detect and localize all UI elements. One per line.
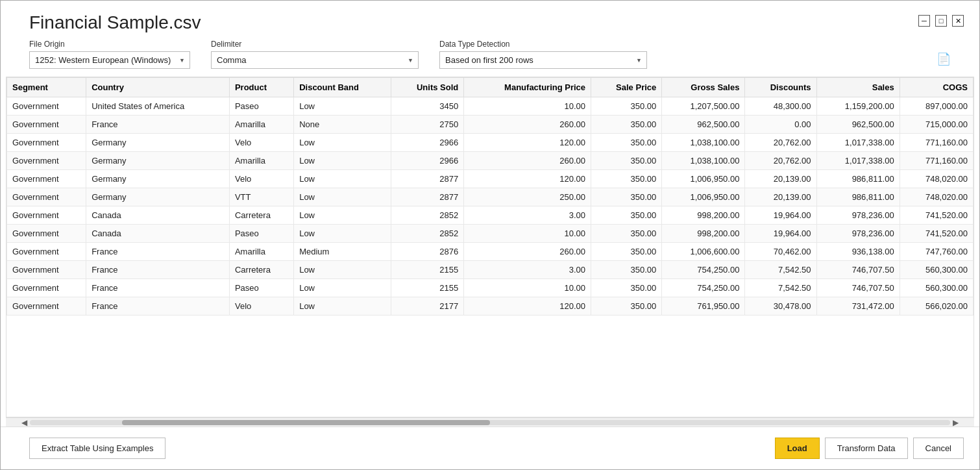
data-table: SegmentCountryProductDiscount BandUnits … xyxy=(6,77,974,315)
cell-product: Amarilla xyxy=(229,116,293,134)
cell-country: Germany xyxy=(86,170,230,188)
cell-units_sold: 2177 xyxy=(391,297,464,315)
cell-manufacturing_price: 250.00 xyxy=(464,188,591,206)
cell-discount_band: Low xyxy=(294,188,391,206)
file-origin-select-wrapper: 1252: Western European (Windows) xyxy=(29,51,190,69)
cell-units_sold: 3450 xyxy=(391,97,464,116)
cell-manufacturing_price: 260.00 xyxy=(464,243,591,261)
cell-discounts: 20,139.00 xyxy=(745,170,816,188)
cell-cogs: 560,300.00 xyxy=(900,261,973,279)
cell-gross_sales: 998,200.00 xyxy=(662,206,745,225)
cell-sale_price: 350.00 xyxy=(591,225,662,243)
table-row: GovernmentFranceAmarillaNone2750260.0035… xyxy=(7,116,974,134)
data-type-detection-select[interactable]: Based on first 200 rows xyxy=(439,51,647,69)
cell-sales: 978,236.00 xyxy=(816,225,900,243)
cell-sales: 731,472.00 xyxy=(816,297,900,315)
cell-segment: Government xyxy=(7,134,86,152)
cell-discounts: 7,542.50 xyxy=(745,261,816,279)
scroll-right-arrow[interactable]: ▶ xyxy=(950,418,961,427)
file-origin-select[interactable]: 1252: Western European (Windows) xyxy=(29,51,190,69)
cell-sale_price: 350.00 xyxy=(591,170,662,188)
cell-discounts: 20,762.00 xyxy=(745,134,816,152)
cell-units_sold: 2877 xyxy=(391,188,464,206)
cell-segment: Government xyxy=(7,279,86,297)
cell-segment: Government xyxy=(7,170,86,188)
cell-discounts: 0.00 xyxy=(745,116,816,134)
cell-discount_band: Low xyxy=(294,297,391,315)
table-row: GovernmentFranceVeloLow2177120.00350.007… xyxy=(7,297,974,315)
table-row: GovernmentCanadaPaseoLow285210.00350.009… xyxy=(7,225,974,243)
footer-left: Extract Table Using Examples xyxy=(29,438,165,459)
cell-product: Velo xyxy=(229,170,293,188)
cell-discount_band: Low xyxy=(294,152,391,170)
load-button[interactable]: Load xyxy=(775,438,820,459)
cell-manufacturing_price: 3.00 xyxy=(464,261,591,279)
table-row: GovernmentUnited States of AmericaPaseoL… xyxy=(7,97,974,116)
cell-sales: 746,707.50 xyxy=(816,279,900,297)
cell-gross_sales: 761,950.00 xyxy=(662,297,745,315)
cell-units_sold: 2877 xyxy=(391,170,464,188)
cell-sale_price: 350.00 xyxy=(591,261,662,279)
cell-country: United States of America xyxy=(86,97,230,116)
table-scroll[interactable]: SegmentCountryProductDiscount BandUnits … xyxy=(6,77,974,315)
maximize-button[interactable]: □ xyxy=(935,15,947,27)
cell-discounts: 20,762.00 xyxy=(745,152,816,170)
cell-manufacturing_price: 10.00 xyxy=(464,225,591,243)
data-type-detection-label: Data Type Detection xyxy=(439,40,647,49)
cell-discounts: 7,542.50 xyxy=(745,279,816,297)
cancel-button[interactable]: Cancel xyxy=(913,438,964,459)
cell-sale_price: 350.00 xyxy=(591,279,662,297)
cell-units_sold: 2852 xyxy=(391,206,464,225)
table-row: GovernmentFrancePaseoLow215510.00350.007… xyxy=(7,279,974,297)
cell-cogs: 771,160.00 xyxy=(900,152,973,170)
dialog-title: Financial Sample.csv xyxy=(29,12,201,33)
cell-units_sold: 2966 xyxy=(391,152,464,170)
close-button[interactable]: ✕ xyxy=(952,15,964,27)
data-type-detection-group: Data Type Detection Based on first 200 r… xyxy=(439,40,647,69)
cell-country: France xyxy=(86,116,230,134)
cell-cogs: 897,000.00 xyxy=(900,97,973,116)
minimize-button[interactable]: ─ xyxy=(918,15,930,27)
col-header-sale_price: Sale Price xyxy=(591,78,662,97)
table-row: GovernmentFranceAmarillaMedium2876260.00… xyxy=(7,243,974,261)
cell-gross_sales: 1,006,950.00 xyxy=(662,188,745,206)
cell-segment: Government xyxy=(7,206,86,225)
horizontal-scrollbar[interactable]: ◀ ▶ xyxy=(6,417,974,427)
cell-segment: Government xyxy=(7,261,86,279)
h-scroll-thumb xyxy=(122,420,490,425)
cell-gross_sales: 998,200.00 xyxy=(662,225,745,243)
cell-sale_price: 350.00 xyxy=(591,243,662,261)
col-header-units_sold: Units Sold xyxy=(391,78,464,97)
col-header-discount_band: Discount Band xyxy=(294,78,391,97)
cell-gross_sales: 1,038,100.00 xyxy=(662,134,745,152)
cell-sale_price: 350.00 xyxy=(591,206,662,225)
cell-units_sold: 2750 xyxy=(391,116,464,134)
cell-cogs: 771,160.00 xyxy=(900,134,973,152)
delimiter-select[interactable]: Comma xyxy=(211,51,419,69)
cell-country: France xyxy=(86,279,230,297)
transform-data-button[interactable]: Transform Data xyxy=(825,438,908,459)
export-icon-area: 📄 xyxy=(937,52,951,69)
export-icon[interactable]: 📄 xyxy=(937,52,951,66)
cell-sales: 936,138.00 xyxy=(816,243,900,261)
scroll-left-arrow[interactable]: ◀ xyxy=(19,418,30,427)
cell-sales: 986,811.00 xyxy=(816,188,900,206)
cell-sales: 746,707.50 xyxy=(816,261,900,279)
cell-sales: 962,500.00 xyxy=(816,116,900,134)
cell-country: France xyxy=(86,297,230,315)
cell-product: Velo xyxy=(229,297,293,315)
table-row: GovernmentFranceCarreteraLow21553.00350.… xyxy=(7,261,974,279)
cell-discount_band: Low xyxy=(294,279,391,297)
cell-discount_band: Low xyxy=(294,134,391,152)
cell-product: Carretera xyxy=(229,261,293,279)
cell-country: Germany xyxy=(86,134,230,152)
table-row: GovernmentGermanyVTTLow2877250.00350.001… xyxy=(7,188,974,206)
cell-discounts: 19,964.00 xyxy=(745,225,816,243)
controls-row: File Origin 1252: Western European (Wind… xyxy=(1,40,979,77)
cell-cogs: 748,020.00 xyxy=(900,188,973,206)
col-header-discounts: Discounts xyxy=(745,78,816,97)
cell-manufacturing_price: 120.00 xyxy=(464,297,591,315)
cell-manufacturing_price: 260.00 xyxy=(464,152,591,170)
extract-table-button[interactable]: Extract Table Using Examples xyxy=(29,438,165,459)
cell-country: Germany xyxy=(86,152,230,170)
